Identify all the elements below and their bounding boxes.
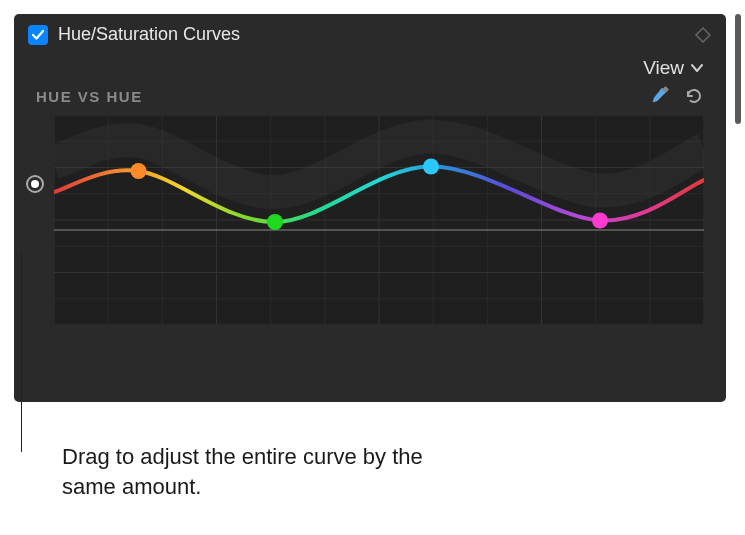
hue-vs-hue-graph[interactable]	[54, 115, 704, 325]
keyframe-icon[interactable]	[694, 26, 712, 44]
callout-text: Drag to adjust the entire curve by the s…	[62, 442, 442, 501]
curve-point[interactable]	[267, 214, 283, 230]
curve-point[interactable]	[423, 159, 439, 175]
header-right	[694, 26, 712, 44]
view-dropdown[interactable]: View	[643, 57, 704, 79]
graph-label: HUE VS HUE	[36, 88, 143, 105]
scrollbar[interactable]	[735, 14, 741, 124]
callout-leader-line	[21, 252, 22, 452]
enable-checkbox[interactable]	[28, 25, 48, 45]
curve-point[interactable]	[131, 163, 147, 179]
panel-toolbar: View	[14, 51, 726, 81]
reset-icon[interactable]	[684, 86, 704, 106]
graph-header-row: HUE VS HUE	[14, 81, 726, 115]
chevron-down-icon	[690, 63, 704, 73]
panel-header: Hue/Saturation Curves	[14, 14, 726, 51]
graph-tools	[648, 85, 704, 107]
panel-title: Hue/Saturation Curves	[58, 24, 240, 45]
eyedropper-icon[interactable]	[648, 85, 670, 107]
graph-area	[54, 115, 704, 325]
curve-point[interactable]	[592, 213, 608, 229]
global-curve-handle[interactable]	[26, 175, 44, 193]
view-label: View	[643, 57, 684, 79]
checkmark-icon	[31, 28, 45, 42]
hue-saturation-panel: Hue/Saturation Curves View HUE VS HUE	[14, 14, 726, 402]
